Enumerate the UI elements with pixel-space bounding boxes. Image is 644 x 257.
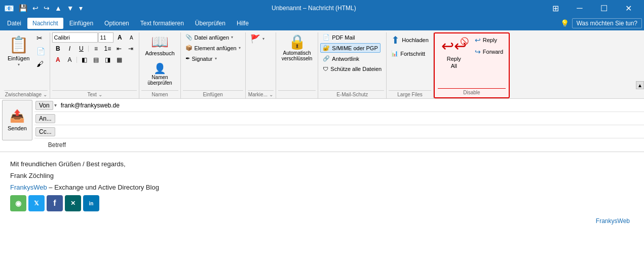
decrease-indent-btn[interactable]: ⇤ xyxy=(113,44,125,54)
reply-all-label: Reply xyxy=(447,56,461,62)
cc-btn[interactable]: Cc... xyxy=(35,127,55,136)
italic-btn[interactable]: I xyxy=(64,44,75,54)
einfuegen-content: 📎 Datei anfügen ▾ 📦 Element anfügen ▾ ✒ … xyxy=(183,32,243,90)
menu-optionen[interactable]: Optionen xyxy=(99,18,134,29)
ribbon: 📋 Einfügen ▾ ✂ 📄 🖌 Zwisch xyxy=(0,30,644,99)
namen-pruefen-btn[interactable]: 👤 Namenüberprüfen xyxy=(144,61,175,88)
font-name-input[interactable] xyxy=(52,32,98,43)
linkedin-icon-btn[interactable]: in xyxy=(83,195,99,211)
close-btn[interactable]: ✕ xyxy=(617,0,640,16)
copy-btn[interactable]: 📄 xyxy=(34,46,48,57)
cc-field[interactable] xyxy=(56,126,644,138)
cut-icon: ✂ xyxy=(36,34,43,42)
menu-datei[interactable]: Datei xyxy=(2,18,26,29)
auto-label-group xyxy=(278,90,316,98)
facebook-icon-btn[interactable]: f xyxy=(47,195,63,211)
markierung-launcher[interactable]: ⌄ xyxy=(269,92,273,97)
markierung-label: Markie... ⌄ xyxy=(248,90,274,98)
element-anfuegen-btn[interactable]: 📦 Element anfügen ▾ xyxy=(183,43,243,53)
minimize-btn[interactable]: ─ xyxy=(568,0,591,16)
an-field[interactable] xyxy=(56,113,644,125)
antwortlink-icon: 🔗 xyxy=(323,55,330,62)
von-btn[interactable]: Von xyxy=(35,101,53,110)
font-size-input[interactable] xyxy=(98,32,113,43)
send-btn[interactable]: 📤 Senden xyxy=(2,100,32,140)
disable-content: ↩↩ 🚫 Reply All ↩ Reply ↪ Forward xyxy=(438,34,506,88)
datei-anfuegen-dropdown[interactable]: ▾ xyxy=(231,35,233,40)
schutz-btn[interactable]: 🛡 Schütze alle Dateien xyxy=(320,64,384,74)
element-anfuegen-dropdown[interactable]: ▾ xyxy=(239,46,241,50)
social-icons: ◉ 𝕏 f ✕ in xyxy=(10,195,634,211)
signatur-btn[interactable]: ✒ Signatur ▾ xyxy=(183,54,219,63)
align-center-btn[interactable]: ▤ xyxy=(90,55,101,65)
paste-dropdown[interactable]: ▾ xyxy=(18,62,20,67)
hochladen-btn[interactable]: ⬆ Hochladen xyxy=(389,32,431,48)
down-quick-btn[interactable]: ▼ xyxy=(65,3,75,13)
forward-btn[interactable]: ↪ Forward xyxy=(472,46,506,57)
menu-ueberpruefen[interactable]: Überprüfen xyxy=(190,18,231,29)
adressbuch-btn[interactable]: 📖 Adressbuch xyxy=(141,32,178,59)
text-content: A A B I U ≡ 1≡ ⇤ ⇥ A A ◧ ▤ ◨ ▦ xyxy=(52,32,137,90)
increase-indent-btn[interactable]: ⇥ xyxy=(125,44,136,54)
align-justify-btn[interactable]: ▦ xyxy=(113,55,125,65)
menu-hilfe[interactable]: Hilfe xyxy=(232,18,254,29)
watermark: FrankysWeb xyxy=(10,215,634,227)
redo-quick-btn[interactable]: ↪ xyxy=(42,3,51,13)
von-field[interactable] xyxy=(59,99,644,112)
blog-link-para: FrankysWeb – Exchange und Active Directo… xyxy=(10,183,634,191)
format-painter-btn[interactable]: 🖌 xyxy=(34,58,48,69)
largefiles-label: Large Files xyxy=(389,90,431,98)
ribbon-collapse-btn[interactable]: ▲ xyxy=(636,81,644,89)
text-highlight-btn[interactable]: A xyxy=(64,55,75,65)
text-color-btn[interactable]: A xyxy=(52,55,63,65)
body-area[interactable]: Mit freundlichen Grüßen / Best regards, … xyxy=(0,152,644,257)
up-quick-btn[interactable]: ▲ xyxy=(53,3,63,13)
antwortlink-btn[interactable]: 🔗 Antwortlink xyxy=(320,54,362,63)
von-dropdown: ▾ xyxy=(54,102,57,108)
an-btn[interactable]: An... xyxy=(35,114,55,123)
xing-icon-btn[interactable]: ✕ xyxy=(65,195,81,211)
pdf-mail-btn[interactable]: 📄 PDF Mail xyxy=(320,32,357,42)
menu-einfuegen[interactable]: Einfügen xyxy=(64,18,98,29)
menu-text-formatieren[interactable]: Text formatieren xyxy=(135,18,189,29)
ribbon-group-text: A A B I U ≡ 1≡ ⇤ ⇥ A A ◧ ▤ ◨ ▦ xyxy=(50,32,139,98)
menu-search[interactable]: Was möchten Sie tun? xyxy=(572,18,642,28)
title-bar-left: 📧 💾 ↩ ↪ ▲ ▼ ▾ xyxy=(4,3,84,13)
auto-btn[interactable]: 🔒 Automatischverschlüsseln xyxy=(278,32,316,64)
reply-btn[interactable]: ↩ Reply xyxy=(472,34,506,46)
betreff-field[interactable] xyxy=(70,139,644,151)
fortschritt-btn[interactable]: 📊 Fortschritt xyxy=(389,49,428,58)
von-row: Von ▾ xyxy=(34,99,644,112)
signatur-dropdown[interactable]: ▾ xyxy=(215,56,217,61)
rss-icon-btn[interactable]: ◉ xyxy=(10,195,26,211)
restore-btn[interactable]: ☐ xyxy=(592,0,616,16)
dropdown-quick-btn[interactable]: ▾ xyxy=(78,3,84,13)
datei-anfuegen-btn[interactable]: 📎 Datei anfügen ▾ xyxy=(183,32,236,42)
save-quick-btn[interactable]: 💾 xyxy=(17,3,29,13)
blog-link[interactable]: FrankysWeb xyxy=(10,183,47,191)
bold-btn[interactable]: B xyxy=(52,44,63,54)
text-launcher[interactable]: ⌄ xyxy=(98,92,102,97)
font-size-decrease-btn[interactable]: A xyxy=(126,32,137,43)
layout-btn[interactable]: ⊞ xyxy=(544,0,567,16)
smime-btn[interactable]: 🔐 S/MIME oder PGP xyxy=(320,43,380,53)
paste-btn[interactable]: 📋 Einfügen ▾ xyxy=(4,32,33,69)
align-left-btn[interactable]: ◧ xyxy=(79,55,90,65)
undo-quick-btn[interactable]: ↩ xyxy=(31,3,40,13)
twitter-icon-btn[interactable]: 𝕏 xyxy=(28,195,45,211)
underline-btn[interactable]: U xyxy=(75,44,87,54)
numbering-btn[interactable]: 1≡ xyxy=(102,44,113,54)
reply-all-btn[interactable]: ↩↩ 🚫 Reply All xyxy=(438,34,470,71)
search-label: Was möchten Sie tun? xyxy=(577,20,637,27)
menu-nachricht[interactable]: Nachricht xyxy=(27,18,63,29)
bullets-btn[interactable]: ≡ xyxy=(90,44,101,54)
largefiles-content: ⬆ Hochladen 📊 Fortschritt xyxy=(389,32,431,90)
font-size-increase-btn[interactable]: A xyxy=(114,32,125,43)
flag-btn[interactable]: 🚩 ▾ xyxy=(248,32,267,45)
lightbulb-icon: 💡 xyxy=(560,19,569,27)
align-right-btn[interactable]: ◨ xyxy=(102,55,113,65)
flag-dropdown[interactable]: ▾ xyxy=(262,36,264,41)
pdf-mail-label: PDF Mail xyxy=(332,34,355,41)
clipboard-launcher[interactable]: ⌄ xyxy=(43,92,47,97)
cut-btn[interactable]: ✂ xyxy=(34,32,48,44)
